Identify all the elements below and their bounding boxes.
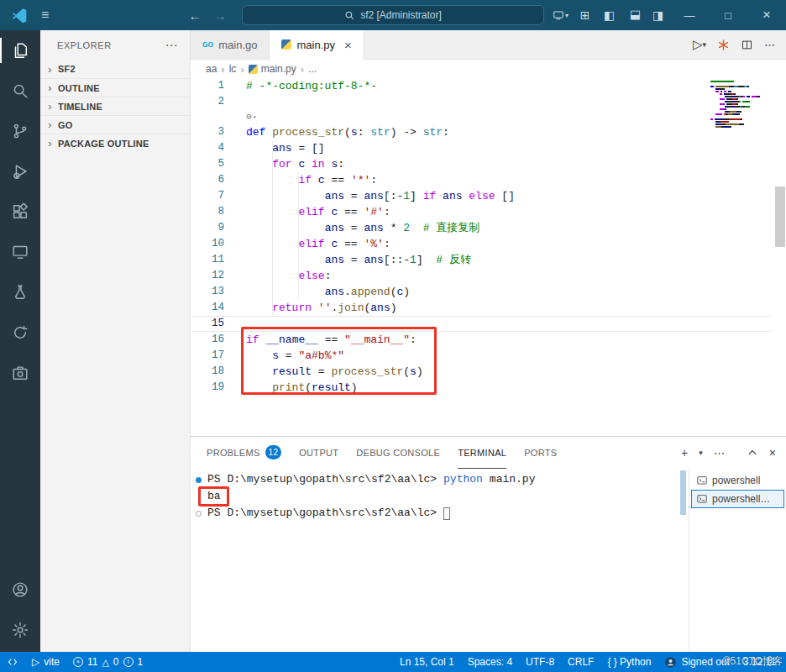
tab-main.go[interactable]: GOmain.go	[191, 30, 270, 59]
panel-tab-output[interactable]: OUTPUT	[299, 437, 338, 469]
close-button[interactable]: ×	[747, 0, 786, 30]
toggle-sidebar-icon[interactable]: ◧	[597, 0, 621, 30]
code-line-7[interactable]: 7 ans = ans[:-1] if ans else []	[191, 188, 786, 204]
forward-icon[interactable]: →	[210, 8, 230, 23]
sidebar-section-sf2[interactable]: ›SF2	[40, 60, 190, 78]
code-line-8[interactable]: 8 elif c == '#':	[191, 204, 786, 220]
sidebar-section-outline[interactable]: ›OUTLINE	[40, 78, 190, 97]
code-line-11[interactable]: 11 ans = ans[::-1] # 反转	[191, 252, 786, 268]
line-number[interactable]: 18	[191, 364, 224, 380]
sidebar-section-timeline[interactable]: ›TIMELINE	[40, 97, 190, 115]
terminal-scrollbar[interactable]	[679, 469, 689, 652]
editor-more-actions-icon[interactable]: ⋯	[764, 39, 775, 51]
sidebar-section-package-outline[interactable]: ›PACKAGE OUTLINE	[40, 134, 190, 152]
problems-status[interactable]: ×11 △0 i1	[66, 652, 149, 672]
line-number[interactable]: 12	[191, 268, 224, 284]
sidebar-section-go[interactable]: ›GO	[40, 115, 190, 134]
scrollbar-thumb[interactable]	[775, 186, 785, 247]
scrollbar-thumb[interactable]	[680, 470, 686, 515]
settings-gear-decoration[interactable]: ⚙▾	[246, 109, 256, 125]
panel-close-icon[interactable]: ×	[769, 446, 776, 459]
line-number[interactable]: 13	[191, 284, 224, 300]
run-debug-icon[interactable]	[0, 151, 40, 192]
back-icon[interactable]: ←	[185, 8, 205, 23]
sync-extension-icon[interactable]	[0, 312, 40, 353]
minimap[interactable]	[710, 81, 766, 129]
breadcrumb-item[interactable]: main.py	[249, 63, 296, 75]
line-number[interactable]: 15	[191, 316, 224, 332]
code-line-16[interactable]: 16if __name__ == "__main__":	[191, 332, 786, 348]
menu-icon[interactable]: ≡	[41, 8, 49, 23]
line-number[interactable]: 8	[191, 204, 224, 220]
panel-tab-terminal[interactable]: TERMINAL	[458, 437, 506, 469]
terminal[interactable]: PS D:\mysetup\gopath\src\sf2\aa\lc> pyth…	[191, 469, 679, 652]
code-line-5[interactable]: 5 for c in s:	[191, 156, 786, 172]
line-number[interactable]: 7	[191, 188, 224, 204]
customize-layout-icon[interactable]: ⊞	[573, 0, 597, 30]
line-number[interactable]: 14	[191, 300, 224, 316]
line-number[interactable]: 5	[191, 156, 224, 172]
eol[interactable]: CRLF	[561, 652, 600, 672]
panel-tab-debug-console[interactable]: DEBUG CONSOLE	[356, 437, 440, 469]
close-tab-icon[interactable]: ×	[344, 38, 352, 52]
code-line-2[interactable]: 2	[191, 94, 786, 110]
code-line-1[interactable]: 1# -*-coding:utf-8-*-	[191, 78, 786, 94]
minimize-button[interactable]: —	[670, 0, 709, 30]
explorer-icon[interactable]	[0, 30, 40, 71]
line-number[interactable]: 16	[191, 332, 224, 348]
code-line-14[interactable]: 14 return ''.join(ans)	[191, 300, 786, 316]
settings-gear-icon[interactable]	[0, 610, 40, 650]
new-terminal-icon[interactable]: +	[681, 446, 688, 459]
breadcrumb-item[interactable]: ...	[308, 63, 317, 75]
terminal-tab[interactable]: powershell	[691, 471, 784, 490]
line-number[interactable]: 1	[191, 78, 224, 94]
task-vite[interactable]: ▷ vite	[25, 652, 66, 672]
indentation[interactable]: Spaces: 4	[461, 652, 519, 672]
line-number[interactable]: 19	[191, 380, 224, 396]
toggle-panel-icon[interactable]: ◧	[621, 0, 646, 30]
code-line-12[interactable]: 12 else:	[191, 268, 786, 284]
code-line-6[interactable]: 6 if c == '*':	[191, 172, 786, 188]
account-status[interactable]: Signed out	[658, 652, 736, 672]
line-number[interactable]: 10	[191, 236, 224, 252]
profile-dropdown-icon[interactable]: ▾	[548, 0, 573, 30]
run-python-button[interactable]: ▷▾	[693, 37, 706, 52]
toggle-secondary-sidebar-icon[interactable]: ◨	[646, 0, 670, 30]
tab-main.py[interactable]: main.py×	[270, 30, 364, 60]
remote-indicator[interactable]	[0, 652, 25, 672]
command-decoration-pending[interactable]	[196, 511, 202, 517]
language-mode[interactable]: { } Python	[600, 652, 658, 672]
tools-extension-icon[interactable]	[0, 353, 40, 393]
code-line-4[interactable]: 4 ans = []	[191, 140, 786, 156]
line-number[interactable]: 17	[191, 348, 224, 364]
breadcrumb-item[interactable]: aa	[206, 63, 217, 75]
line-number[interactable]: 6	[191, 172, 224, 188]
sidebar-more-actions-icon[interactable]: ⋯	[165, 38, 178, 53]
search-icon[interactable]	[0, 71, 40, 111]
maximize-button[interactable]: □	[709, 0, 747, 30]
code-line-17[interactable]: 17 s = "a#b%*"	[191, 348, 786, 364]
panel-more-actions-icon[interactable]: ⋯	[714, 446, 726, 459]
line-number[interactable]: 2	[191, 94, 224, 110]
code-line-10[interactable]: 10 elif c == '%':	[191, 236, 786, 252]
code-line-19[interactable]: 19 print(result)	[191, 380, 786, 396]
starburst-extension-icon[interactable]	[717, 39, 730, 51]
command-decoration-success[interactable]	[196, 477, 202, 483]
source-control-icon[interactable]	[0, 111, 40, 151]
split-editor-icon[interactable]	[741, 39, 753, 51]
remote-explorer-icon[interactable]	[0, 232, 40, 272]
line-number[interactable]: 3	[191, 124, 224, 140]
panel-tab-ports[interactable]: PORTS	[524, 437, 557, 469]
terminal-dropdown-icon[interactable]: ▾	[699, 449, 703, 457]
python-version[interactable]: 3.12.11	[736, 652, 783, 672]
code-line-9[interactable]: 9 ans = ans * 2 # 直接复制	[191, 220, 786, 236]
code-editor[interactable]: 1# -*-coding:utf-8-*-2⚙▾3def process_str…	[191, 78, 786, 436]
command-center-search[interactable]: sf2 [Administrator]	[242, 5, 544, 25]
test-icon[interactable]	[0, 272, 40, 312]
panel-tab-problems[interactable]: PROBLEMS12	[207, 437, 281, 469]
editor-scrollbar[interactable]	[774, 78, 786, 436]
code-line-18[interactable]: 18 result = process_str(s)	[191, 364, 786, 380]
code-line-3[interactable]: 3def process_str(s: str) -> str:	[191, 124, 786, 140]
extensions-icon[interactable]	[0, 192, 40, 232]
line-number[interactable]: 11	[191, 252, 224, 268]
